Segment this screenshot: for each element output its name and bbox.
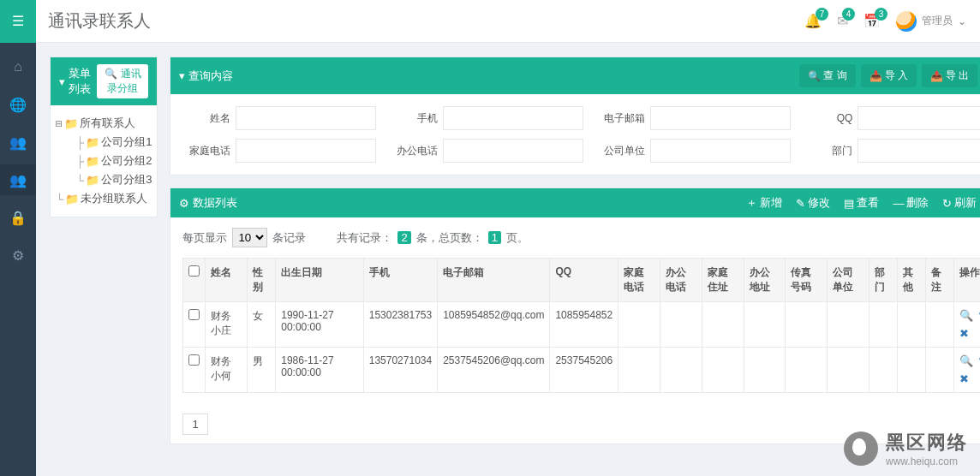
column-header: 出生日期 [276, 259, 364, 302]
tree-toggle-icon[interactable]: ⊟ [56, 117, 63, 130]
data-header: ⚙ 数据列表 ＋ 新增 ✎ 修改 ▤ 查看 — 删除 ↻ 刷新 ⛶ [170, 188, 980, 217]
view-button[interactable]: ▤ 查看 [844, 195, 879, 211]
bell-icon[interactable]: 🔔7 [804, 13, 822, 29]
column-header: 姓名 [206, 259, 248, 302]
calendar-badge: 3 [875, 8, 887, 21]
mobile-label: 手机 [390, 111, 438, 126]
row-checkbox[interactable] [188, 309, 200, 320]
data-title: 数据列表 [193, 195, 237, 211]
email-label: 电子邮箱 [597, 111, 645, 126]
record-count: 2 [397, 231, 410, 244]
folder-icon: 📁 [65, 193, 79, 205]
user-menu[interactable]: 管理员 ⌄ [896, 11, 966, 32]
row-view-icon[interactable]: 🔍 [959, 354, 973, 367]
column-header: 公司单位 [828, 259, 869, 302]
page-count: 1 [488, 231, 501, 244]
column-header: 家庭电话 [618, 259, 660, 302]
nav-globe-icon[interactable]: 🌐 [0, 89, 36, 120]
avatar [896, 11, 917, 32]
column-header: QQ [550, 259, 618, 302]
tree-node[interactable]: └ 📁 公司分组3 [56, 170, 152, 189]
qq-input[interactable] [858, 106, 980, 130]
envelope-icon[interactable]: ✉4 [837, 13, 848, 29]
refresh-button[interactable]: ↻ 刷新 [942, 195, 977, 211]
export-button[interactable]: 📤 导 出 [922, 64, 977, 87]
tree-node[interactable]: ├ 📁 公司分组2 [56, 152, 152, 170]
tree-group-button[interactable]: 🔍 通讯录分组 [97, 64, 148, 98]
name-label: 姓名 [182, 111, 230, 126]
filter-header: ▾ 查询内容 🔍 查 询 📥 导 入 📤 导 出 ⌄ [170, 57, 980, 94]
row-view-icon[interactable]: 🔍 [959, 309, 973, 322]
homephone-input[interactable] [236, 139, 376, 163]
tree-title: 菜单列表 [69, 66, 93, 97]
filter-icon: ▾ [59, 75, 65, 88]
row-delete-icon[interactable]: ✖ [959, 327, 969, 340]
officephone-input[interactable] [443, 139, 583, 163]
tree-header: ▾ 菜单列表 🔍 通讯录分组 [51, 57, 157, 105]
folder-icon: 📁 [86, 136, 99, 149]
tree-node[interactable]: ⊟ 📁 所有联系人 [56, 114, 152, 133]
column-header: 其他 [898, 259, 926, 302]
sidebar-nav: ⌂ 🌐 👥 👥 🔒 ⚙ [0, 43, 36, 476]
gear-icon: ⚙ [179, 197, 189, 210]
folder-icon: 📁 [86, 155, 99, 168]
mobile-input[interactable] [443, 106, 583, 130]
filter-body: 姓名 手机 电子邮箱 QQ 家庭电话 办公电话 公司单位 部门 [170, 94, 980, 175]
table-row: 财务小何男1986-11-27 00:00:001357027103425375… [183, 348, 980, 393]
column-header: 部门 [869, 259, 898, 302]
page-button[interactable]: 1 [182, 414, 207, 435]
filter-icon: ▾ [179, 69, 185, 82]
tree-node[interactable]: └ 📁 未分组联系人 [56, 189, 152, 208]
column-header: 办公地址 [744, 259, 786, 302]
tree-node[interactable]: ├ 📁 公司分组1 [56, 133, 152, 152]
bell-badge: 7 [816, 8, 828, 21]
column-header: 备注 [925, 259, 953, 302]
chevron-down-icon: ⌄ [958, 15, 966, 27]
menu-toggle-button[interactable]: ☰ [0, 0, 36, 43]
tree-body: ⊟ 📁 所有联系人 ├ 📁 公司分组1 ├ 📁 公司分组2 └ 📁 公司分组3 … [51, 105, 157, 217]
filter-title: 查询内容 [188, 68, 233, 84]
tree-panel: ▾ 菜单列表 🔍 通讯录分组 ⊟ 📁 所有联系人 ├ 📁 公司分组1 ├ 📁 公… [50, 57, 158, 217]
nav-contacts-icon[interactable]: 👥 [0, 164, 36, 195]
page-title: 通讯录联系人 [48, 9, 151, 33]
row-delete-icon[interactable]: ✖ [959, 372, 969, 385]
email-input[interactable] [650, 106, 791, 130]
folder-icon: 📁 [86, 174, 99, 187]
topbar: ☰ 通讯录联系人 🔔7 ✉4 📅3 管理员 ⌄ [0, 0, 980, 43]
nav-home-icon[interactable]: ⌂ [0, 51, 36, 82]
company-label: 公司单位 [597, 144, 645, 158]
dept-input[interactable] [858, 139, 980, 163]
delete-button[interactable]: — 删除 [893, 195, 929, 211]
data-table: 姓名性别出生日期手机电子邮箱QQ家庭电话办公电话家庭住址办公地址传真号码公司单位… [182, 258, 980, 393]
column-header: 传真号码 [786, 259, 828, 302]
import-button[interactable]: 📥 导 入 [861, 64, 917, 87]
data-panel: ⚙ 数据列表 ＋ 新增 ✎ 修改 ▤ 查看 — 删除 ↻ 刷新 ⛶ 每页显示 1… [170, 187, 980, 444]
table-row: 财务小庄女1990-11-27 00:00:001530238175310859… [183, 302, 980, 348]
homephone-label: 家庭电话 [182, 144, 230, 158]
topbar-right: 🔔7 ✉4 📅3 管理员 ⌄ [804, 11, 980, 32]
row-checkbox[interactable] [188, 354, 200, 366]
nav-users-icon[interactable]: 👥 [0, 127, 36, 158]
page-size-select[interactable]: 10 [232, 228, 267, 247]
search-button[interactable]: 🔍 查 询 [799, 64, 855, 87]
column-header: 办公电话 [660, 259, 702, 302]
column-header: 性别 [248, 259, 276, 302]
nav-cog-icon[interactable]: ⚙ [0, 240, 36, 271]
company-input[interactable] [650, 139, 791, 163]
filter-panel: ▾ 查询内容 🔍 查 询 📥 导 入 📤 导 出 ⌄ 姓名 手机 电子邮箱 QQ… [170, 57, 980, 176]
qq-label: QQ [804, 112, 852, 124]
column-header: 家庭住址 [702, 259, 744, 302]
column-header: 电子邮箱 [438, 259, 550, 302]
edit-button[interactable]: ✎ 修改 [796, 195, 830, 211]
add-button[interactable]: ＋ 新增 [746, 195, 782, 211]
envelope-badge: 4 [842, 8, 855, 21]
calendar-icon[interactable]: 📅3 [863, 13, 881, 29]
name-input[interactable] [236, 106, 376, 130]
pager-info: 每页显示 10 条记录 共有记录： 2 条，总页数： 1 页。 [170, 217, 980, 258]
pagination: 1 [170, 405, 980, 443]
user-name: 管理员 [922, 14, 953, 28]
column-header: 操作 [953, 259, 980, 302]
dept-label: 部门 [804, 144, 852, 158]
select-all-checkbox[interactable] [188, 265, 200, 277]
nav-lock-icon[interactable]: 🔒 [0, 202, 36, 233]
